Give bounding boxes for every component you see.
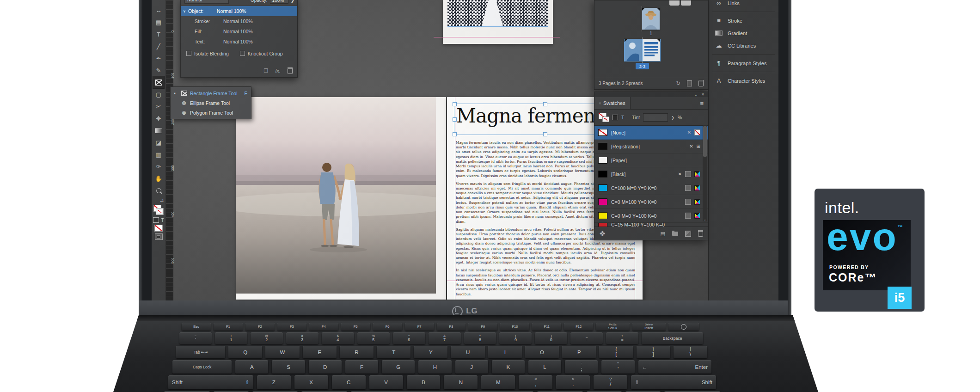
key-backspace[interactable]: Backspace [642,332,703,344]
key-h[interactable]: H [418,360,451,374]
pages-view-button[interactable] [669,0,680,6]
swatch-row[interactable]: C=100 M=0 Y=0 K=0 [594,181,708,195]
vertical-ruler[interactable]: 0100200300400500 [165,0,173,300]
dock-item-links[interactable]: ∞Links [709,0,778,9]
screen-mode-button[interactable] [155,233,163,240]
format-container-button[interactable] [153,217,159,223]
rectangle-frame-tool-item[interactable]: ▪Rectangle Frame ToolF [171,88,251,98]
key-m[interactable]: M [481,375,515,389]
key-[interactable]: _- [570,332,603,344]
knockout-group-checkbox[interactable]: Knockout Group [240,51,283,56]
panel-menu-icon[interactable]: ≡ [700,100,708,107]
key-[interactable]: :; [565,360,598,374]
line-tool-icon[interactable]: ╱ [153,40,164,52]
key-[interactable]: !1 [215,332,247,344]
effects-row-stroke[interactable]: Stroke:Normal 100% [181,16,297,26]
key-prt-sc[interactable]: Prt ScScrLk [596,323,629,331]
note-tool-icon[interactable]: ▥ [153,148,164,160]
collapse-panel-icon[interactable]: ‥ [695,92,697,97]
key-t[interactable]: T [377,346,410,358]
scissors-tool-icon[interactable]: ✂ [153,100,164,112]
scroll-down-icon[interactable]: ⌄ [703,218,707,221]
dock-item-gradient[interactable]: Gradient [709,27,778,39]
pages-view-button-2[interactable] [681,0,691,6]
key-power[interactable] [668,323,699,331]
hand-tool-icon[interactable]: ✋ [153,172,164,184]
format-text-button[interactable]: T [161,218,164,223]
fill-stroke-proxy[interactable] [153,205,164,215]
swap-fill-stroke-icon[interactable]: ⇄ [160,198,164,203]
key-f10[interactable]: F10 [500,323,529,331]
swatch-format-text-button[interactable]: T [621,115,624,120]
key-i[interactable]: I [488,346,522,358]
key-f9[interactable]: F9 [468,323,497,331]
page-tool-icon[interactable]: ▤ [153,16,164,28]
fx-icon[interactable]: fx. [275,68,281,74]
swatch-row[interactable]: C=15 M=100 Y=100 K=0 [594,223,708,227]
key-k[interactable]: K [492,360,525,374]
new-swatch-icon[interactable] [685,231,691,237]
rectangle-frame-tool-icon[interactable] [153,76,164,88]
free-transform-tool-icon[interactable]: ✥ [153,112,164,124]
type-tool-icon[interactable]: T [153,28,164,40]
key-[interactable]: *8 [464,332,496,344]
eyedropper-tool-icon[interactable]: ✑ [153,160,164,172]
key-n[interactable]: N [444,375,478,389]
apply-none-button[interactable] [154,225,163,232]
key-f12[interactable]: F12 [564,323,593,331]
key-r[interactable]: R [340,346,374,358]
swatch-views-icon[interactable]: ▤ [661,231,665,237]
key-y[interactable]: Y [414,346,447,358]
gradient-tool-icon[interactable] [153,124,164,136]
key-[interactable]: @2 [251,332,283,344]
key-f6[interactable]: F6 [373,323,402,331]
swatch-row[interactable]: C=0 M=100 Y=0 K=0 [594,195,708,209]
key-o[interactable]: O [525,346,559,358]
key-z[interactable]: Z [257,375,291,389]
trash-icon[interactable] [288,67,293,74]
key-[interactable]: >. [556,375,590,389]
key-enter[interactable]: ←Enter [638,360,711,374]
key-[interactable]: $4 [322,332,354,344]
swatch-row[interactable]: [Black]✕ [594,167,708,181]
key-shift-left[interactable]: Shift⇧ [168,375,253,389]
key-[interactable]: ?/ [594,375,627,389]
chevron-right-icon[interactable]: ❯ [291,0,294,3]
effects-row-text[interactable]: Text:Normal 100% [181,37,297,47]
effects-row-object[interactable]: ∨Object:Normal 100% [181,6,297,16]
dock-item-stroke[interactable]: ≡Stroke [709,14,778,27]
key-p[interactable]: P [562,346,596,358]
zoom-tool-icon[interactable] [153,184,164,196]
key-[interactable]: &7 [429,332,461,344]
tint-chevron-icon[interactable]: ❯ [671,116,674,120]
tab-swatches[interactable]: ◊ Swatches [594,97,631,109]
swatches-fill-stroke-proxy[interactable] [599,113,609,122]
key-s[interactable]: S [272,360,305,374]
page-2-thumbnail[interactable] [625,39,642,61]
dock-item-paragraph-styles[interactable]: ¶Paragraph Styles [709,57,778,69]
swatch-format-container-button[interactable] [612,115,618,120]
delete-page-icon[interactable] [698,80,704,86]
key-[interactable]: (9 [499,332,532,344]
swatch-row[interactable]: C=0 M=0 Y=100 K=0 [594,209,708,223]
spread-label-badge[interactable]: 2-3 [636,63,649,69]
key-delete[interactable]: DeleteInsert [632,323,666,331]
key-tab[interactable]: Tab ⇤⇥ [176,346,225,358]
key-caps-lock[interactable]: Caps Lock [172,360,232,374]
polygon-frame-tool-item[interactable]: ⊗Polygon Frame Tool [171,108,251,117]
key-[interactable]: += [606,332,638,344]
key-f11[interactable]: F11 [532,323,561,331]
key-c[interactable]: C [332,375,366,389]
key-f1[interactable]: F1 [214,323,243,331]
key-f2[interactable]: F2 [245,323,275,331]
key-u[interactable]: U [451,346,484,358]
new-color-group-icon[interactable] [672,232,678,236]
color-themes-icon[interactable]: ❖ [599,229,606,238]
key-v[interactable]: V [369,375,403,389]
isolate-blending-checkbox[interactable]: Isolate Blending [186,51,229,56]
key-[interactable]: "' [601,360,634,374]
key-[interactable]: ~` [179,332,212,344]
opacity-input[interactable]: 100% [270,0,288,4]
key-d[interactable]: D [309,360,342,374]
key-[interactable]: |\ [674,346,707,358]
